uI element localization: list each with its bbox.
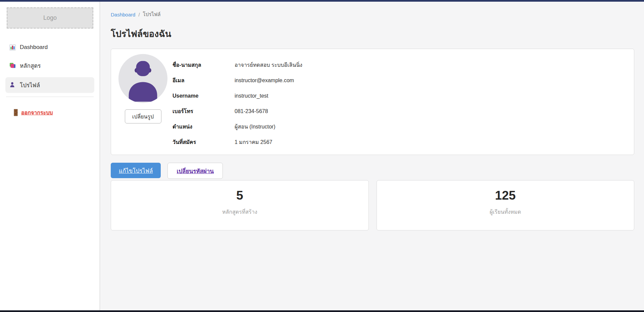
stat-value: 125 — [377, 189, 634, 203]
field-value: อาจารย์ทดสอบ ระบบอีเลินนิ่ง — [235, 61, 302, 69]
sidebar-item-courses[interactable]: หลักสูตร — [5, 58, 94, 73]
field-row-email: อีเมล instructor@example.com — [172, 76, 302, 85]
field-row-register-date: วันที่สมัคร 1 มกราคม 2567 — [172, 138, 302, 146]
door-icon — [13, 109, 18, 116]
field-row-phone: เบอร์โทร 081-234-5678 — [172, 107, 302, 115]
field-value: instructor@example.com — [235, 76, 294, 85]
field-value: instructor_test — [235, 92, 268, 100]
bar-chart-icon — [9, 44, 16, 51]
page-title: โปรไฟล์ของฉัน — [111, 27, 634, 41]
field-label: ตำแหน่ง — [172, 123, 235, 131]
sidebar-item-label: โปรไฟล์ — [20, 81, 40, 90]
field-value: 081-234-5678 — [235, 107, 268, 115]
sidebar-item-label: Dashboard — [20, 44, 48, 51]
profile-actions: แก้ไขโปรไฟล์ เปลี่ยนรหัสผ่าน — [111, 163, 634, 179]
person-icon — [9, 82, 16, 88]
window-bottom-strip — [0, 310, 644, 312]
avatar-column: เปลี่ยนรูป — [118, 54, 167, 155]
field-row-username: Username instructor_test — [172, 92, 302, 100]
sidebar-item-dashboard[interactable]: Dashboard — [5, 41, 94, 54]
field-label: ชื่อ-นามสกุล — [172, 61, 235, 69]
breadcrumb-dashboard-link[interactable]: Dashboard — [111, 12, 135, 17]
stat-card-total-students: 125 ผู้เรียนทั้งหมด — [377, 180, 635, 230]
stat-card-courses-created: 5 หลักสูตรที่สร้าง — [111, 180, 369, 230]
edit-profile-button[interactable]: แก้ไขโปรไฟล์ — [111, 163, 161, 178]
sidebar-divider — [6, 97, 94, 97]
field-value: 1 มกราคม 2567 — [235, 138, 272, 146]
field-row-position: ตำแหน่ง ผู้สอน (Instructor) — [172, 123, 302, 131]
avatar — [118, 54, 167, 103]
field-label: อีเมล — [172, 76, 235, 85]
profile-card: เปลี่ยนรูป ชื่อ-นามสกุล อาจารย์ทดสอบ ระบ… — [111, 49, 634, 155]
profile-fields: ชื่อ-นามสกุล อาจารย์ทดสอบ ระบบอีเลินนิ่ง… — [172, 54, 302, 155]
stat-label: ผู้เรียนทั้งหมด — [377, 208, 634, 216]
breadcrumb-current: โปรไฟล์ — [143, 10, 161, 18]
field-label: เบอร์โทร — [172, 107, 235, 115]
breadcrumb: Dashboard / โปรไฟล์ — [111, 10, 634, 18]
field-value: ผู้สอน (Instructor) — [235, 123, 275, 131]
change-photo-button[interactable]: เปลี่ยนรูป — [125, 109, 161, 123]
logout-label: ออกจากระบบ — [21, 108, 53, 117]
change-password-button[interactable]: เปลี่ยนรหัสผ่าน — [167, 163, 222, 179]
field-label: วันที่สมัคร — [172, 138, 235, 146]
books-icon — [9, 62, 16, 69]
logout-link[interactable]: ออกจากระบบ — [13, 108, 53, 117]
sidebar: Logo Dashboard หลักสูตร — [0, 2, 100, 310]
field-label: Username — [172, 92, 235, 100]
stats-row: 5 หลักสูตรที่สร้าง 125 ผู้เรียนทั้งหมด — [111, 180, 634, 230]
person-silhouette-icon — [118, 54, 167, 103]
sidebar-item-label: หลักสูตร — [20, 61, 41, 70]
breadcrumb-separator: / — [138, 12, 140, 17]
main-content: Dashboard / โปรไฟล์ โปรไฟล์ของฉัน — [100, 2, 644, 310]
stat-value: 5 — [111, 189, 368, 203]
logo-text: Logo — [43, 14, 57, 21]
stat-label: หลักสูตรที่สร้าง — [111, 208, 368, 216]
logo-placeholder: Logo — [7, 7, 93, 29]
field-row-name: ชื่อ-นามสกุล อาจารย์ทดสอบ ระบบอีเลินนิ่ง — [172, 61, 302, 69]
sidebar-item-profile[interactable]: โปรไฟล์ — [5, 77, 94, 93]
